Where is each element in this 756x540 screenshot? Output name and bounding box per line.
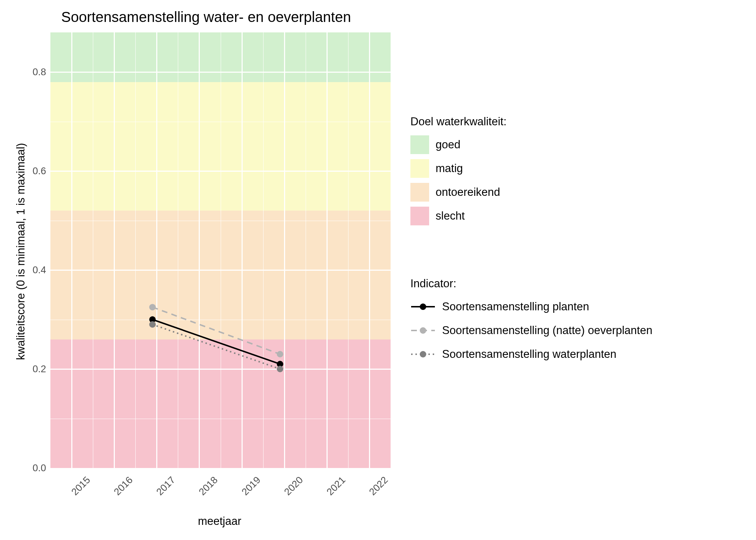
gridline-v [199, 32, 200, 468]
gridline-v [242, 32, 243, 468]
legend-series-label: Soortensamenstelling waterplanten [442, 348, 616, 361]
legend-series-item: Soortensamenstelling waterplanten [410, 345, 652, 364]
chart-title: Soortensamenstelling water- en oeverplan… [61, 9, 351, 25]
svg-point-1 [420, 303, 426, 310]
gridline-v [284, 32, 285, 468]
chart-container: Soortensamenstelling water- en oeverplan… [0, 0, 756, 540]
x-tick-label: 2022 [367, 474, 390, 498]
legend-line-sample [410, 321, 436, 340]
legend-series-title: Indicator: [410, 277, 652, 290]
legend-series-item: Soortensamenstelling planten [410, 297, 652, 316]
legend-series-label: Soortensamenstelling (natte) oeverplante… [442, 324, 652, 337]
gridline-v-minor [306, 32, 306, 468]
gridline-v-minor [221, 32, 221, 468]
legend-bands: Doel waterkwaliteit: goedmatigontoereike… [410, 115, 507, 230]
legend-swatch [410, 183, 429, 202]
svg-point-5 [420, 351, 426, 357]
svg-point-3 [420, 327, 426, 334]
gridline-v-minor [93, 32, 93, 468]
legend-line-sample [410, 297, 436, 316]
legend-swatch [410, 207, 429, 225]
x-tick-label: 2020 [282, 474, 305, 498]
x-tick-label: 2019 [239, 474, 262, 498]
legend-bands-title: Doel waterkwaliteit: [410, 115, 507, 128]
gridline-v [71, 32, 72, 468]
y-axis-label: kwaliteitscore (0 is minimaal, 1 is maxi… [14, 143, 27, 360]
legend-band-item: goed [410, 135, 507, 154]
gridline-v [114, 32, 115, 468]
x-tick-label: 2018 [197, 474, 220, 498]
x-tick-label: 2021 [324, 474, 347, 498]
y-tick-label: 0.8 [0, 67, 46, 78]
legend-series-label: Soortensamenstelling planten [442, 300, 589, 313]
legend-swatch [410, 159, 429, 178]
y-tick-label: 0.0 [0, 463, 46, 474]
plot-area [50, 32, 391, 468]
legend-band-label: slecht [436, 210, 465, 222]
gridline-v-minor [178, 32, 178, 468]
x-axis-label: meetjaar [184, 515, 256, 528]
gridline-v-minor [135, 32, 136, 468]
x-tick-label: 2017 [154, 474, 177, 498]
legend-band-label: matig [436, 162, 463, 175]
x-tick-label: 2016 [112, 474, 135, 498]
legend-band-item: ontoereikend [410, 183, 507, 202]
legend-series-item: Soortensamenstelling (natte) oeverplante… [410, 321, 652, 340]
gridline-v [156, 32, 157, 468]
legend-line-sample [410, 345, 436, 364]
legend-band-label: ontoereikend [436, 186, 500, 199]
legend-band-item: slecht [410, 207, 507, 225]
gridline-v-minor [263, 32, 264, 468]
x-tick-label: 2015 [69, 474, 93, 498]
legend-band-item: matig [410, 159, 507, 178]
gridline-v-minor [348, 32, 348, 468]
gridline-v [369, 32, 370, 468]
legend-band-label: goed [436, 138, 460, 151]
legend-series: Indicator: Soortensamenstelling plantenS… [410, 277, 652, 369]
y-tick-label: 0.2 [0, 364, 46, 375]
legend-swatch [410, 135, 429, 154]
gridline-v [327, 32, 328, 468]
